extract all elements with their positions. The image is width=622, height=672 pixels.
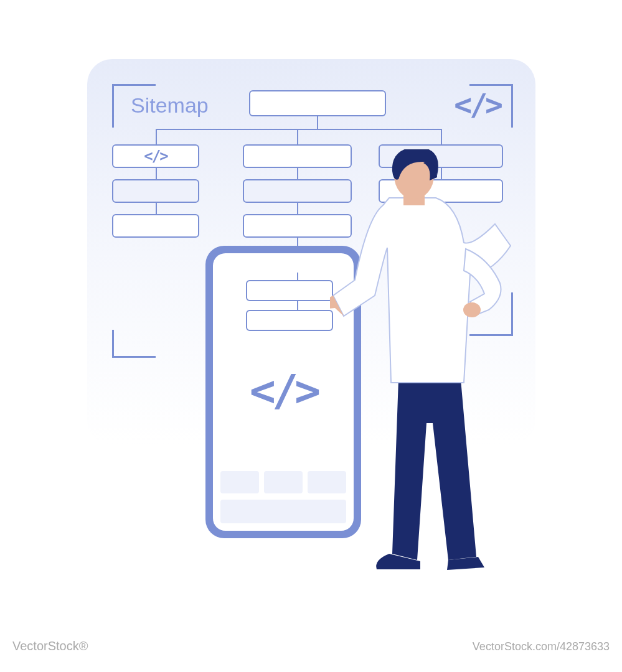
connector-line: [156, 129, 442, 130]
sitemap-node: [112, 179, 199, 203]
sitemap-node-code: </>: [112, 144, 199, 168]
connector-line: [297, 203, 298, 214]
watermark-brand: VectorStock®: [12, 639, 88, 653]
sitemap-root-node: [249, 90, 386, 116]
sitemap-label: Sitemap: [131, 93, 209, 118]
connector-line: [297, 273, 298, 280]
watermark-id: VectorStock.com/42873633: [473, 640, 610, 653]
code-icon: </>: [454, 87, 501, 122]
illustration-canvas: Sitemap </> </> </>: [31, 31, 591, 590]
code-icon: </>: [250, 365, 317, 416]
svg-point-3: [463, 302, 481, 317]
connector-line: [297, 301, 298, 310]
connector-line: [156, 168, 157, 179]
connector-line: [317, 116, 318, 129]
frame-bracket-bottom-left: [112, 330, 156, 358]
sitemap-node: [246, 310, 333, 331]
phone-button-row: [220, 471, 346, 493]
connector-line: [297, 129, 298, 144]
sitemap-node: [246, 280, 333, 301]
phone-button: [220, 471, 259, 493]
phone-button: [264, 471, 303, 493]
code-icon: </>: [144, 147, 167, 165]
connector-line: [297, 168, 298, 179]
phone-bottom-bar: [220, 500, 346, 523]
connector-line: [156, 129, 157, 144]
connector-line: [441, 129, 442, 144]
connector-line: [156, 203, 157, 214]
person-illustration: [330, 149, 542, 572]
sitemap-node: [112, 214, 199, 238]
